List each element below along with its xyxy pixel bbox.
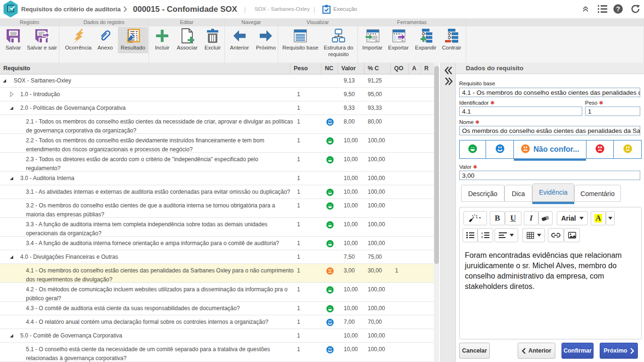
svg-text:1: 1 [481, 232, 483, 235]
svg-text:?: ? [616, 5, 620, 13]
svg-text:2: 2 [481, 236, 483, 239]
